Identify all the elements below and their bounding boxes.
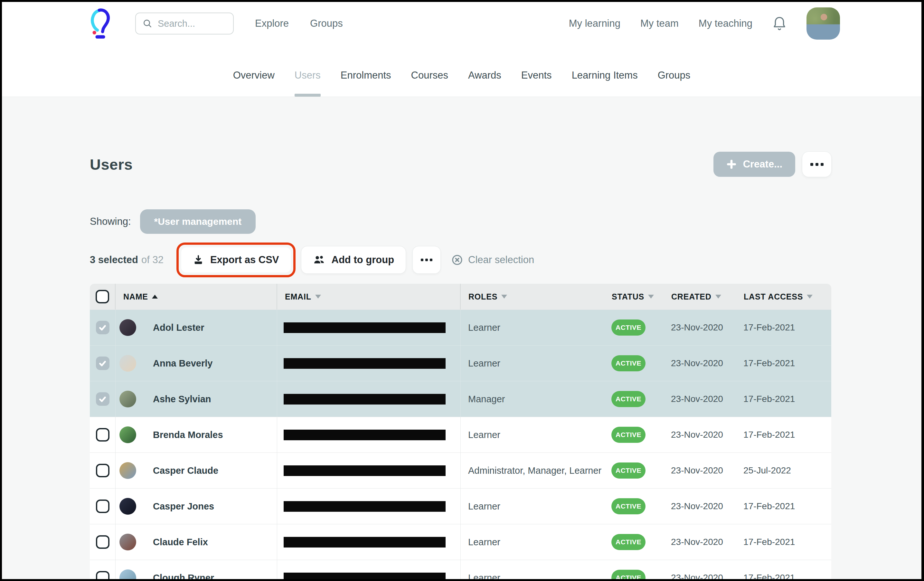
select-all-checkbox[interactable] [96,290,109,304]
secondary-nav: My learning My team My teaching [569,7,840,40]
search-box[interactable] [135,13,234,35]
sort-icon [152,295,158,299]
user-roles: Learner [461,501,610,512]
row-checkbox[interactable] [96,500,109,513]
column-header-created[interactable]: CREATED [669,292,742,302]
profile-avatar[interactable] [807,7,840,40]
column-header-email[interactable]: EMAIL [277,284,461,310]
row-checkbox[interactable] [96,464,109,477]
status-badge: ACTIVE [611,534,645,550]
user-name[interactable]: Clough Ryner [153,573,214,579]
table-row[interactable]: Brenda Morales Learner ACTIVE 23-Nov-202… [90,417,831,452]
user-name[interactable]: Claude Felix [153,537,208,548]
page-title: Users [90,155,133,173]
nav-link-my-learning[interactable]: My learning [569,18,620,29]
column-header-status[interactable]: STATUS [610,292,669,302]
page-more-actions-button[interactable] [802,152,831,177]
row-checkbox[interactable] [96,392,109,406]
redacted-email [284,537,446,548]
user-name[interactable]: Brenda Morales [153,430,223,440]
user-avatar [119,391,136,408]
table-row[interactable]: Claude Felix Learner ACTIVE 23-Nov-2020 … [90,524,831,560]
created-date: 23-Nov-2020 [669,465,742,476]
tab-enrolments[interactable]: Enrolments [341,69,391,97]
selected-count: 3 selected [90,254,138,266]
created-date: 23-Nov-2020 [669,430,742,440]
table-body: Adol Lester Learner ACTIVE 23-Nov-2020 1… [90,310,831,579]
table-header-row: NAME EMAIL ROLES STATUS CREATED LAST ACC… [90,284,831,310]
tab-awards[interactable]: Awards [468,69,501,97]
column-header-roles[interactable]: ROLES [461,292,610,302]
column-header-name[interactable]: NAME [116,284,277,310]
nav-link-explore[interactable]: Explore [255,18,289,29]
people-group-icon [313,254,325,266]
user-avatar [119,569,136,579]
table-row[interactable]: Clough Ryner Learner ACTIVE 23-Nov-2020 … [90,560,831,579]
table-row[interactable]: Casper Claude Administrator, Manager, Le… [90,452,831,488]
export-csv-button[interactable]: Export as CSV [181,248,291,272]
add-to-group-button[interactable]: Add to group [301,246,406,274]
created-date: 23-Nov-2020 [669,537,742,547]
filter-pill-user-management[interactable]: *User management [140,210,256,234]
redacted-email [284,501,446,512]
table-row[interactable]: Adol Lester Learner ACTIVE 23-Nov-2020 1… [90,310,831,345]
filter-row: Showing: *User management [90,210,831,234]
top-nav: Explore Groups My learning My team My te… [2,2,921,45]
redacted-email [284,465,446,476]
user-name[interactable]: Casper Jones [153,501,214,512]
created-date: 23-Nov-2020 [669,394,742,404]
clear-selection-button[interactable]: Clear selection [451,254,534,266]
last-access-date: 17-Feb-2021 [742,430,831,440]
row-checkbox[interactable] [96,571,109,579]
user-name[interactable]: Adol Lester [153,322,205,333]
bulk-more-actions-button[interactable] [413,246,441,274]
user-name[interactable]: Ashe Sylvian [153,394,211,404]
circle-x-icon [451,254,463,266]
search-icon [142,18,153,29]
user-avatar [119,319,136,336]
tab-users[interactable]: Users [295,69,321,97]
tab-learning-items[interactable]: Learning Items [572,69,638,97]
tab-groups[interactable]: Groups [658,69,691,97]
sort-icon [501,295,507,299]
tab-courses[interactable]: Courses [411,69,448,97]
create-button[interactable]: Create... [713,152,795,177]
user-name[interactable]: Casper Claude [153,465,218,476]
tab-events[interactable]: Events [521,69,552,97]
sort-icon [648,295,654,299]
last-access-date: 17-Feb-2021 [742,358,831,368]
nav-link-groups[interactable]: Groups [310,18,343,29]
status-badge: ACTIVE [611,320,645,335]
user-roles: Manager [461,394,610,404]
redacted-email [284,322,446,333]
redacted-email [284,394,446,404]
select-all-cell [90,284,116,310]
tab-overview[interactable]: Overview [233,69,275,97]
search-input[interactable] [158,18,222,29]
column-header-last-access[interactable]: LAST ACCESS [742,292,831,302]
row-checkbox[interactable] [96,321,109,334]
status-badge: ACTIVE [611,427,645,443]
brand-logo[interactable] [90,8,111,39]
user-roles: Learner [461,573,610,579]
table-row[interactable]: Ashe Sylvian Manager ACTIVE 23-Nov-2020 … [90,381,831,417]
nav-link-my-teaching[interactable]: My teaching [699,18,752,29]
user-name[interactable]: Anna Beverly [153,358,213,369]
nav-link-my-team[interactable]: My team [640,18,679,29]
created-date: 23-Nov-2020 [669,573,742,579]
header-actions: Create... [713,152,831,177]
user-avatar [119,426,136,443]
lightbulb-balloon-icon [90,8,111,39]
last-access-date: 17-Feb-2021 [742,322,831,333]
row-checkbox[interactable] [96,428,109,442]
primary-nav-links: Explore Groups [255,18,343,29]
user-roles: Learner [461,322,610,333]
page-header: Users Create... [90,97,831,177]
table-row[interactable]: Anna Beverly Learner ACTIVE 23-Nov-2020 … [90,345,831,381]
user-roles: Learner [461,430,610,440]
row-checkbox[interactable] [96,357,109,370]
user-avatar [119,462,136,479]
table-row[interactable]: Casper Jones Learner ACTIVE 23-Nov-2020 … [90,488,831,524]
row-checkbox[interactable] [96,535,109,549]
notifications-bell-icon[interactable] [772,15,787,31]
